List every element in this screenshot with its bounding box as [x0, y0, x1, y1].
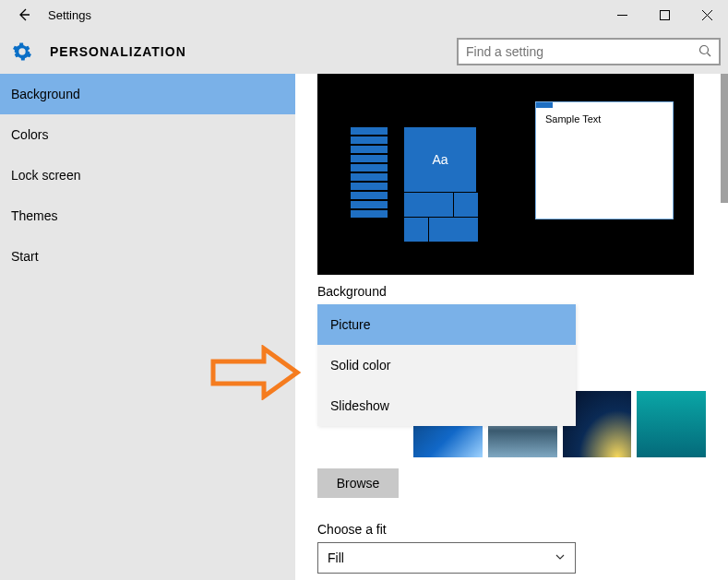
- sidebar-item-lock-screen[interactable]: Lock screen: [0, 155, 295, 195]
- fit-selected-value: Fill: [328, 550, 344, 565]
- window-title: Settings: [48, 8, 91, 22]
- close-button[interactable]: [686, 0, 728, 30]
- browse-button[interactable]: Browse: [317, 468, 399, 498]
- sidebar-item-themes[interactable]: Themes: [0, 195, 295, 236]
- search-icon: [698, 44, 711, 60]
- thumbnail-4[interactable]: [637, 391, 706, 457]
- fit-label: Choose a fit: [317, 522, 706, 537]
- background-dropdown[interactable]: Picture Solid color Slideshow: [317, 304, 576, 426]
- chevron-down-icon: [555, 550, 566, 565]
- svg-point-4: [700, 45, 709, 53]
- content-area: Aa Sample Text Background Picture Solid …: [295, 74, 728, 580]
- search-box[interactable]: [457, 38, 721, 65]
- dropdown-option-solid-color[interactable]: Solid color: [317, 345, 576, 385]
- preview-sample-text: Sample Text: [536, 108, 673, 130]
- background-label: Background: [317, 284, 706, 299]
- svg-rect-1: [660, 10, 669, 19]
- back-button[interactable]: [7, 0, 41, 30]
- dropdown-option-picture[interactable]: Picture: [317, 304, 576, 345]
- svg-line-5: [708, 53, 711, 56]
- minimize-button[interactable]: [601, 0, 643, 30]
- maximize-button[interactable]: [643, 0, 686, 30]
- page-heading: PERSONALIZATION: [50, 44, 186, 59]
- preview-window: Sample Text: [535, 101, 674, 219]
- dropdown-option-slideshow[interactable]: Slideshow: [317, 385, 576, 426]
- settings-gear-icon: [11, 41, 33, 63]
- sidebar-item-background[interactable]: Background: [0, 74, 295, 114]
- search-input[interactable]: [466, 44, 698, 59]
- desktop-preview: Aa Sample Text: [317, 74, 694, 275]
- sidebar-item-start[interactable]: Start: [0, 236, 295, 277]
- fit-select[interactable]: Fill: [317, 542, 576, 574]
- sidebar-item-colors[interactable]: Colors: [0, 114, 295, 155]
- preview-font-tile: Aa: [404, 127, 476, 192]
- vertical-scrollbar[interactable]: [721, 74, 728, 203]
- sidebar: Background Colors Lock screen Themes Sta…: [0, 74, 295, 580]
